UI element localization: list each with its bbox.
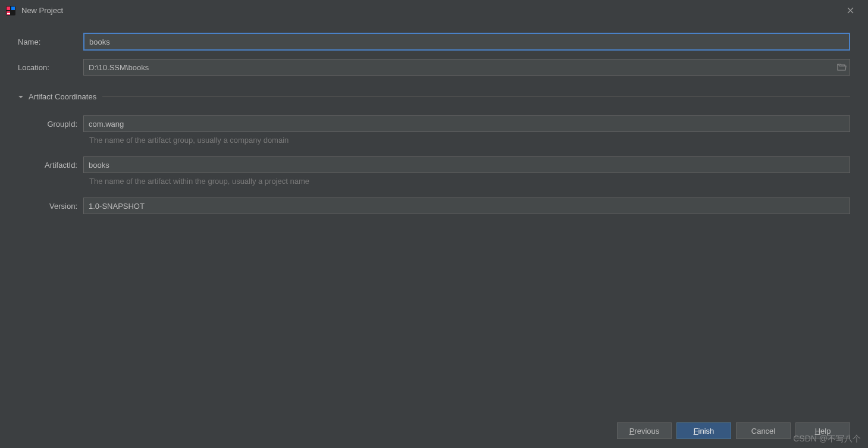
artifactid-input[interactable] — [83, 156, 850, 173]
folder-icon — [837, 63, 847, 71]
groupid-hint: The name of the artifact group, usually … — [83, 136, 850, 145]
groupid-row: GroupId: — [36, 115, 850, 132]
groupid-input[interactable] — [83, 115, 850, 132]
intellij-icon — [6, 6, 15, 15]
artifactid-label: ArtifactId: — [36, 161, 83, 170]
button-bar: Previous Finish Cancel Help — [617, 422, 850, 439]
version-input[interactable] — [83, 198, 850, 214]
artifact-coordinates-section: GroupId: The name of the artifact group,… — [18, 105, 850, 214]
browse-location-button[interactable] — [836, 61, 848, 73]
close-button[interactable] — [838, 2, 862, 20]
name-input[interactable] — [83, 33, 850, 51]
previous-button[interactable]: Previous — [617, 422, 672, 439]
location-input[interactable] — [83, 59, 850, 76]
version-row: Version: — [36, 198, 850, 214]
location-row: Location: — [18, 59, 850, 76]
version-label: Version: — [36, 202, 83, 211]
cancel-button[interactable]: Cancel — [736, 422, 791, 439]
location-label: Location: — [18, 63, 83, 72]
svg-rect-4 — [7, 13, 10, 14]
chevron-down-icon — [18, 94, 24, 100]
groupid-label: GroupId: — [36, 120, 83, 129]
separator — [102, 96, 850, 97]
svg-rect-2 — [11, 7, 15, 10]
artifact-coordinates-toggle[interactable]: Artifact Coordinates — [18, 92, 850, 101]
name-row: Name: — [18, 33, 850, 51]
artifact-coordinates-label: Artifact Coordinates — [29, 92, 96, 101]
dialog-content: Name: Location: Artifact Coordinates — [0, 21, 868, 214]
name-label: Name: — [18, 37, 83, 46]
artifactid-hint: The name of the artifact within the grou… — [83, 177, 850, 186]
svg-rect-1 — [7, 7, 10, 10]
help-button[interactable]: Help — [795, 422, 850, 439]
window-title: New Project — [21, 6, 63, 15]
artifactid-row: ArtifactId: — [36, 156, 850, 173]
finish-button[interactable]: Finish — [676, 422, 731, 439]
titlebar: New Project — [0, 0, 868, 21]
close-icon — [847, 7, 854, 14]
